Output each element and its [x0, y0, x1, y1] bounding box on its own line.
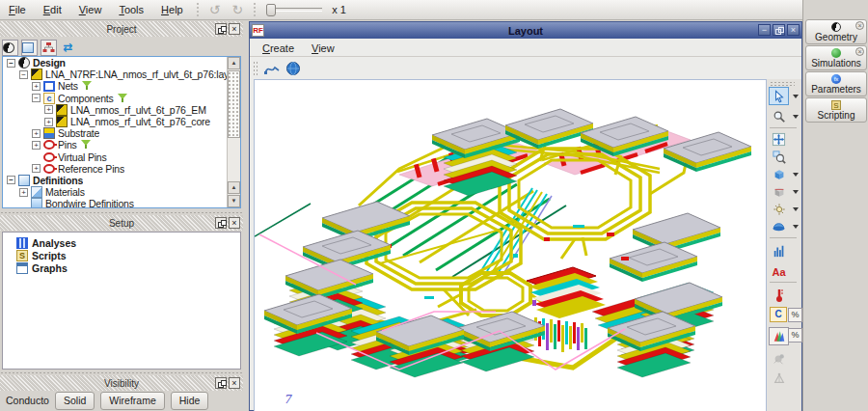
- zoom-dropdown-icon[interactable]: [791, 107, 800, 125]
- expander-icon[interactable]: +: [44, 118, 53, 126]
- tree-item[interactable]: +Reference Pins: [3, 163, 240, 175]
- tab-close-icon[interactable]: ×: [855, 21, 864, 30]
- solid-view-icon[interactable]: [769, 165, 789, 183]
- text-annotation-icon[interactable]: Aa: [769, 262, 789, 281]
- expander-icon[interactable]: +: [32, 164, 41, 173]
- zoom-slider-thumb[interactable]: [266, 4, 276, 16]
- close-icon[interactable]: ×: [787, 24, 800, 36]
- mesh-overlay-icon[interactable]: [769, 327, 789, 345]
- visibility-wireframe-button[interactable]: Wireframe: [100, 392, 164, 410]
- refresh-icon[interactable]: ⇄: [60, 40, 76, 56]
- layout-3d-scene[interactable]: [255, 80, 766, 411]
- tree-item[interactable]: +Nets: [3, 80, 240, 92]
- menu-view[interactable]: View: [70, 4, 111, 15]
- tree-item[interactable]: −LNA_N7RF:LNA_nmos_rf_ulvt_6t_p76:layout: [3, 68, 240, 80]
- expander-icon[interactable]: +: [32, 141, 41, 150]
- scroll-up-icon[interactable]: ▲: [228, 57, 240, 69]
- zoom-icon[interactable]: [769, 107, 789, 125]
- tab-geometry[interactable]: Geometry×: [805, 19, 867, 44]
- tab-parameters[interactable]: Parameters: [805, 71, 867, 96]
- design-view-icon[interactable]: [2, 40, 18, 56]
- expander-icon[interactable]: +: [32, 129, 41, 138]
- tree-scrollbar[interactable]: ▲ ▲ ▼: [227, 57, 240, 207]
- menu-tools[interactable]: Tools: [110, 4, 152, 15]
- menu-edit[interactable]: Edit: [35, 4, 70, 15]
- tree-item[interactable]: +LNA_nmos_rf_ulvt_6t_p76_core: [3, 116, 240, 127]
- tree-item[interactable]: +Substrate: [3, 127, 240, 139]
- layout-3d-viewport[interactable]: 7: [254, 79, 767, 411]
- definitions-view-icon[interactable]: [21, 40, 38, 56]
- tree-item[interactable]: Bondwire Definitions: [3, 198, 240, 208]
- expander-icon[interactable]: +: [32, 82, 41, 91]
- tree-item[interactable]: +Materials: [3, 186, 240, 198]
- expander-icon[interactable]: −: [32, 94, 41, 102]
- setup-item-graphs[interactable]: Graphs: [3, 261, 240, 274]
- undo-icon[interactable]: ↺: [203, 3, 227, 16]
- select-cursor-icon[interactable]: [769, 87, 789, 105]
- layout-menu-create[interactable]: Create: [254, 42, 303, 54]
- light-icon[interactable]: [769, 200, 789, 218]
- section-cut-icon[interactable]: [769, 182, 789, 201]
- setup-list[interactable]: AnalysesScriptsGraphs: [2, 232, 241, 370]
- minimize-icon[interactable]: −: [758, 24, 771, 36]
- setup-item-scripts[interactable]: Scripts: [3, 249, 240, 261]
- scroll-down-icon[interactable]: ▼: [228, 195, 240, 207]
- solid-view-dropdown-icon[interactable]: [791, 165, 800, 183]
- tree-item[interactable]: −Definitions: [3, 175, 240, 186]
- expander-icon[interactable]: +: [19, 188, 28, 197]
- float-panel-icon[interactable]: [215, 23, 227, 35]
- plot-histogram-icon[interactable]: [769, 241, 789, 260]
- conduction-percent-icon[interactable]: %: [788, 308, 802, 322]
- redo-icon[interactable]: ↻: [226, 3, 249, 16]
- layout-titlebar[interactable]: RF Layout − ×: [250, 22, 801, 39]
- sphere-view-icon[interactable]: [283, 60, 304, 78]
- project-tree[interactable]: ▲ ▲ ▼ −Design−LNA_N7RF:LNA_nmos_rf_ulvt_…: [2, 56, 241, 208]
- expander-icon[interactable]: −: [19, 70, 28, 79]
- close-panel-icon[interactable]: ×: [229, 217, 240, 229]
- filter-icon[interactable]: [118, 94, 127, 103]
- visibility-solid-button[interactable]: Solid: [55, 392, 95, 410]
- hierarchy-view-icon[interactable]: [41, 40, 57, 56]
- visibility-hide-button[interactable]: Hide: [171, 392, 209, 410]
- tree-item[interactable]: −Design: [3, 57, 240, 68]
- tab-close-icon[interactable]: ×: [855, 47, 864, 56]
- close-panel-icon[interactable]: ×: [229, 377, 240, 389]
- farfield-icon[interactable]: [769, 369, 789, 387]
- tree-item[interactable]: −Components: [3, 93, 240, 104]
- close-panel-icon[interactable]: ×: [229, 23, 240, 35]
- scroll-up-icon[interactable]: ▲: [228, 181, 240, 194]
- menu-help[interactable]: Help: [152, 4, 192, 15]
- response-curve-icon[interactable]: [261, 60, 283, 78]
- tab-simulations[interactable]: Simulations×: [805, 45, 867, 70]
- tab-scripting[interactable]: Scripting: [805, 97, 867, 123]
- float-panel-icon[interactable]: [215, 377, 227, 389]
- zoom-slider[interactable]: [266, 8, 322, 12]
- select-dropdown-icon[interactable]: [791, 87, 800, 105]
- setup-item-analyses[interactable]: Analyses: [3, 236, 240, 249]
- tree-item[interactable]: +Pins: [3, 139, 240, 151]
- thermal-icon[interactable]: [769, 286, 789, 304]
- restore-icon[interactable]: [773, 24, 785, 36]
- mesh-percent-icon[interactable]: %: [788, 328, 802, 342]
- fit-view-icon[interactable]: [769, 130, 789, 149]
- expander-icon[interactable]: −: [7, 59, 15, 68]
- light-dropdown-icon[interactable]: [791, 200, 800, 218]
- ground-plane-icon[interactable]: [769, 217, 789, 235]
- toolbar-drag-handle[interactable]: [770, 81, 795, 86]
- conduction-layer-icon[interactable]: C: [770, 307, 787, 322]
- menu-file[interactable]: File: [0, 4, 35, 15]
- section-cut-dropdown-icon[interactable]: [791, 182, 800, 201]
- expander-icon[interactable]: −: [7, 176, 15, 184]
- mesh-settings-icon[interactable]: [769, 349, 789, 368]
- tree-item[interactable]: +LNA_nmos_rf_ulvt_6t_p76_EM: [3, 104, 240, 116]
- zoom-selection-icon[interactable]: [769, 148, 789, 166]
- layout-menu-view[interactable]: View: [303, 42, 343, 54]
- filter-icon[interactable]: [82, 81, 92, 91]
- toolbar-drag-handle[interactable]: [253, 61, 258, 76]
- ground-plane-dropdown-icon[interactable]: [791, 217, 800, 235]
- expander-icon[interactable]: +: [44, 105, 53, 114]
- scrollbar-thumb[interactable]: [228, 70, 240, 138]
- float-panel-icon[interactable]: [215, 217, 227, 229]
- filter-icon[interactable]: [81, 140, 91, 150]
- tree-item[interactable]: Virtual Pins: [3, 151, 240, 163]
